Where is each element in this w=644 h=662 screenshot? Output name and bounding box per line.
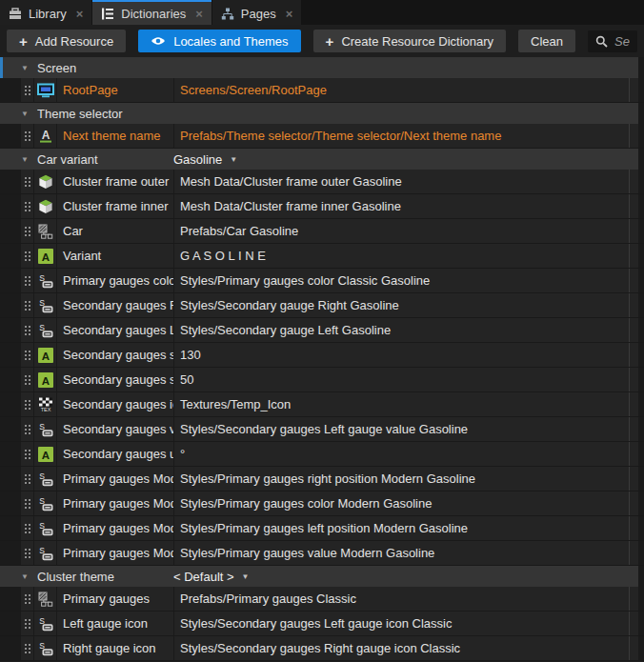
resource-value[interactable]: Styles/Primary gauges color Classic Gaso… [174,269,629,292]
close-icon[interactable]: × [76,8,84,20]
table-row[interactable]: A Secondary gauges sca 50 [0,368,644,392]
drag-handle[interactable] [21,318,34,342]
resource-name[interactable]: RootPage [57,78,174,102]
resource-name[interactable]: Secondary gauges sca [57,368,174,391]
drag-handle[interactable] [21,170,34,193]
drag-handle[interactable] [21,244,34,268]
drag-handle[interactable] [21,343,34,367]
resource-name[interactable]: Primary gauges color [57,269,174,292]
resource-name[interactable]: Next theme name [57,124,174,148]
resource-name[interactable]: Secondary gauges ico [57,392,174,416]
resource-value[interactable]: Styles/Secondary gauges Left gauge icon … [174,612,629,635]
chevron-down-icon[interactable]: ▼ [19,110,30,118]
clean-button[interactable]: Clean [518,30,575,52]
resource-name[interactable]: Variant [57,244,174,268]
table-row[interactable]: S Right gauge icon Styles/Secondary gaug… [0,636,644,661]
table-row[interactable]: A Next theme name Prefabs/Theme selector… [0,124,644,149]
drag-handle[interactable] [21,293,34,317]
resource-name[interactable]: Primary gauges Mode [57,541,174,565]
resource-value[interactable]: ° [174,442,629,466]
table-row[interactable]: A Secondary gauges un ° [0,442,644,467]
table-row[interactable]: RootPage Screens/Screen/RootPage [0,78,644,103]
tab-dictionaries[interactable]: Dictionaries × [92,0,211,25]
drag-handle[interactable] [21,516,34,540]
chevron-down-icon[interactable]: ▼ [19,155,30,164]
drag-handle[interactable] [21,392,34,416]
table-row[interactable]: S Primary gauges color Styles/Primary ga… [0,269,644,293]
table-row[interactable]: A Variant G A S O L I N E [0,244,644,269]
resource-name[interactable]: Secondary gauges sca [57,343,174,367]
resource-value[interactable]: Styles/Primary gauges color Modern Gasol… [174,491,629,515]
table-row[interactable]: S Primary gauges Mode Styles/Primary gau… [0,541,644,566]
resource-name[interactable]: Primary gauges Mode [57,516,174,540]
table-row[interactable]: S Secondary gauges Rig Styles/Secondary … [0,293,644,318]
resource-name[interactable]: Secondary gauges Rig [57,293,174,317]
table-row[interactable]: S Primary gauges Mode Styles/Primary gau… [0,467,644,491]
resource-value[interactable]: Styles/Secondary gauges Left gauge value… [174,417,629,441]
drag-handle[interactable] [21,587,34,611]
section-header[interactable]: ▼ Theme selector [0,103,644,124]
section-dropdown[interactable]: < Default > ▼ [173,570,250,584]
resource-value[interactable]: Textures/Temp_Icon [174,392,629,416]
resource-value[interactable]: Styles/Primary gauges right position Mod… [174,467,629,491]
resource-name[interactable]: Car [57,219,174,243]
resource-name[interactable]: Secondary gauges Lef [57,318,174,342]
table-row[interactable]: S Primary gauges Mode Styles/Primary gau… [0,516,644,541]
table-row[interactable]: Cluster frame outer Mesh Data/Cluster fr… [0,170,644,194]
resource-value[interactable]: Styles/Primary gauges value Modern Gasol… [174,541,629,565]
section-header[interactable]: ▼ Screen [0,57,644,78]
table-row[interactable]: S Secondary gauges Lef Styles/Secondary … [0,318,644,343]
section-header[interactable]: ▼ Car variant Gasoline ▼ [0,149,644,170]
search-input[interactable] [614,34,630,49]
resource-name[interactable]: Primary gauges Mode [57,491,174,515]
close-icon[interactable]: × [195,8,203,20]
resource-name[interactable]: Primary gauges [57,587,174,611]
table-row[interactable]: Primary gauges Prefabs/Primary gauges Cl… [0,587,644,612]
drag-handle[interactable] [21,636,34,660]
chevron-down-icon[interactable]: ▼ [19,572,30,581]
table-row[interactable]: TEX Secondary gauges ico Textures/Temp_I… [0,392,644,417]
table-row[interactable]: S Secondary gauges val Styles/Secondary … [0,417,644,442]
resource-value[interactable]: Prefabs/Primary gauges Classic [174,587,629,611]
resource-value[interactable]: Styles/Primary gauges left position Mode… [174,516,629,540]
add-resource-button[interactable]: + Add Resource [7,30,126,52]
chevron-down-icon[interactable]: ▼ [19,64,30,72]
drag-handle[interactable] [21,269,34,292]
resource-value[interactable]: Mesh Data/Cluster frame outer Gasoline [174,170,629,193]
tab-pages[interactable]: Pages × [212,0,301,25]
drag-handle[interactable] [21,417,34,441]
resource-value[interactable]: 50 [174,368,629,391]
drag-handle[interactable] [21,124,34,148]
resource-value[interactable]: Prefabs/Theme selector/Theme selector/Ne… [174,124,629,148]
resource-value[interactable]: Styles/Secondary gauge Left Gasoline [174,318,629,342]
drag-handle[interactable] [21,78,34,102]
tab-library[interactable]: Library × [0,0,91,25]
locales-and-themes-button[interactable]: Locales and Themes [138,30,300,52]
drag-handle[interactable] [21,467,34,491]
resource-value[interactable]: Screens/Screen/RootPage [174,78,629,102]
drag-handle[interactable] [21,612,34,635]
table-row[interactable]: A Secondary gauges sca 130 [0,343,644,368]
drag-handle[interactable] [21,491,34,515]
create-resource-dictionary-button[interactable]: + Create Resource Dictionary [313,30,506,52]
resource-value[interactable]: G A S O L I N E [174,244,629,268]
resource-name[interactable]: Right gauge icon [57,636,174,660]
resource-value[interactable]: Prefabs/Car Gasoline [174,219,629,243]
resource-name[interactable]: Cluster frame outer [57,170,174,193]
table-row[interactable]: Car Prefabs/Car Gasoline [0,219,644,244]
section-header[interactable]: ▼ Cluster theme < Default > ▼ [0,566,644,587]
resource-value[interactable]: Mesh Data/Cluster frame inner Gasoline [174,194,629,218]
resource-name[interactable]: Left gauge icon [57,612,174,635]
drag-handle[interactable] [21,442,34,466]
resource-name[interactable]: Secondary gauges un [57,442,174,466]
drag-handle[interactable] [21,541,34,565]
drag-handle[interactable] [21,194,34,218]
section-dropdown[interactable]: Gasoline ▼ [173,152,237,167]
resource-name[interactable]: Primary gauges Mode [57,467,174,491]
resource-name[interactable]: Cluster frame inner [57,194,174,218]
table-row[interactable]: S Primary gauges Mode Styles/Primary gau… [0,491,644,516]
table-row[interactable]: Cluster frame inner Mesh Data/Cluster fr… [0,194,644,219]
resource-name[interactable]: Secondary gauges val [57,417,174,441]
table-row[interactable]: S Left gauge icon Styles/Secondary gauge… [0,612,644,636]
resource-value[interactable]: Styles/Secondary gauges Right gauge icon… [174,636,629,660]
